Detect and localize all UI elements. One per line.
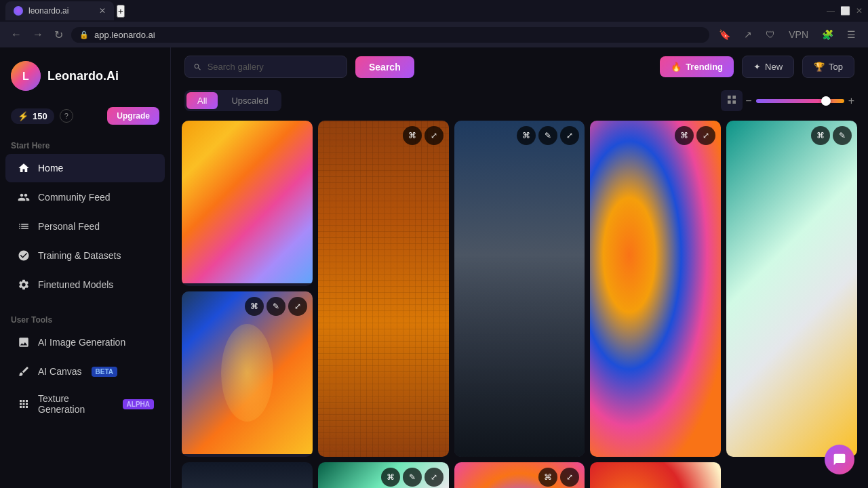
gallery-item-flowers[interactable]: ⌘ ⤢ bbox=[590, 121, 721, 457]
close-window-button[interactable]: ✕ bbox=[856, 6, 863, 16]
grid-view-button[interactable] bbox=[721, 90, 743, 111]
zoom-thumb[interactable] bbox=[821, 96, 831, 106]
edit-button-pink[interactable]: ✎ bbox=[403, 468, 422, 487]
sidebar-item-community-feed-label: Community Feed bbox=[38, 192, 111, 203]
training-icon bbox=[16, 248, 31, 263]
sidebar-item-texture-label: Texture Generation bbox=[38, 393, 113, 415]
search-box[interactable] bbox=[184, 56, 347, 78]
new-icon: ✦ bbox=[753, 62, 761, 72]
sidebar-item-personal-feed[interactable]: Personal Feed bbox=[5, 212, 165, 241]
credits-badge: ⚡ 150 bbox=[11, 108, 54, 124]
filter-all-button[interactable]: All bbox=[186, 92, 218, 109]
zoom-minus-button[interactable]: − bbox=[745, 95, 751, 107]
gallery-item-orange-pattern[interactable] bbox=[590, 462, 721, 488]
cmd-button-koala[interactable]: ⌘ bbox=[811, 126, 830, 145]
trending-button[interactable]: 🔥 Trending bbox=[660, 56, 734, 77]
sidebar-item-ai-canvas-label: AI Canvas bbox=[38, 366, 82, 377]
gallery-item-warrior[interactable]: ⌘ ✎ ⤢ bbox=[454, 121, 585, 457]
finetuned-icon bbox=[16, 277, 31, 292]
expand-button-colorful[interactable]: ⤢ bbox=[560, 468, 579, 487]
help-button[interactable]: ? bbox=[60, 109, 73, 123]
edit-button-dark-woman[interactable]: ✎ bbox=[288, 468, 307, 487]
gallery-item-lion[interactable]: ⌘ ✎ ⤢ bbox=[182, 121, 313, 286]
item-overlay-egypt: ⌘ ⤢ bbox=[318, 121, 449, 457]
extensions-button[interactable]: 🧩 bbox=[818, 26, 837, 43]
item-overlay-warrior: ⌘ ✎ ⤢ bbox=[454, 121, 585, 457]
tab-title: leonardo.ai bbox=[28, 6, 68, 16]
maximize-button[interactable]: ⬜ bbox=[840, 6, 850, 16]
credits-section: ⚡ 150 ? Upgrade bbox=[0, 102, 170, 130]
logo-section: L Leonardo.Ai bbox=[0, 56, 170, 102]
sidebar-item-texture-generation[interactable]: Texture Generation ALPHA bbox=[5, 386, 165, 422]
personal-feed-icon bbox=[16, 219, 31, 234]
expand-button-egypt[interactable]: ⤢ bbox=[425, 126, 443, 145]
zoom-plus-button[interactable]: + bbox=[848, 95, 854, 107]
cmd-button[interactable]: ⌘ bbox=[245, 126, 264, 145]
cmd-button-colorful[interactable]: ⌘ bbox=[538, 468, 557, 487]
upgrade-button[interactable]: Upgrade bbox=[107, 107, 159, 125]
expand-button[interactable]: ⤢ bbox=[288, 126, 307, 145]
filter-upscaled-button[interactable]: Upscaled bbox=[220, 92, 279, 109]
share-button[interactable]: ↗ bbox=[740, 26, 756, 43]
zoom-slider: − + bbox=[745, 95, 854, 107]
browser-nav: ← → ↻ 🔒 app.leonardo.ai 🔖 ↗ 🛡 VPN 🧩 ☰ bbox=[0, 22, 868, 47]
item-overlay-pink: ⌘ ✎ ⤢ bbox=[318, 462, 449, 488]
sidebar-item-training-datasets[interactable]: Training & Datasets bbox=[5, 241, 165, 270]
user-tools-label: User Tools bbox=[0, 310, 170, 327]
chat-support-button[interactable] bbox=[825, 445, 854, 474]
sidebar-item-finetuned-label: Finetuned Models bbox=[38, 279, 113, 290]
lock-icon: 🔒 bbox=[79, 30, 89, 39]
sidebar-item-personal-feed-label: Personal Feed bbox=[38, 221, 100, 232]
edit-button-warrior[interactable]: ✎ bbox=[538, 126, 557, 145]
sidebar-item-finetuned-models[interactable]: Finetuned Models bbox=[5, 270, 165, 299]
browser-tabs: leonardo.ai ✕ + — ⬜ ✕ bbox=[0, 0, 868, 22]
expand-button-pink[interactable]: ⤢ bbox=[425, 468, 443, 487]
shield-button[interactable]: 🛡 bbox=[762, 26, 779, 43]
cmd-button-flowers[interactable]: ⌘ bbox=[675, 126, 694, 145]
gallery-item-pink-hair[interactable]: ⌘ ✎ ⤢ bbox=[318, 462, 449, 488]
expand-button-anime[interactable]: ⤢ bbox=[288, 297, 307, 316]
expand-button-warrior[interactable]: ⤢ bbox=[560, 126, 579, 145]
alpha-badge: ALPHA bbox=[123, 399, 154, 409]
top-button[interactable]: 🏆 Top bbox=[802, 56, 854, 78]
menu-button[interactable]: ☰ bbox=[843, 26, 860, 43]
minimize-button[interactable]: — bbox=[827, 6, 835, 16]
cmd-button-pink[interactable]: ⌘ bbox=[381, 468, 400, 487]
trending-icon: 🔥 bbox=[671, 62, 682, 72]
search-icon bbox=[193, 62, 202, 72]
forward-button[interactable]: → bbox=[30, 26, 46, 43]
cmd-button-anime[interactable]: ⌘ bbox=[245, 297, 264, 316]
edit-button[interactable]: ✎ bbox=[267, 126, 285, 145]
sidebar-item-community-feed[interactable]: Community Feed bbox=[5, 183, 165, 211]
zoom-track[interactable] bbox=[756, 99, 844, 103]
cmd-button-warrior[interactable]: ⌘ bbox=[517, 126, 536, 145]
sidebar-item-ai-image-generation[interactable]: AI Image Generation bbox=[5, 328, 165, 357]
gallery-item-colorful-girl[interactable]: ⌘ ⤢ bbox=[454, 462, 585, 488]
gallery-item-anime-girl[interactable]: ⌘ ✎ ⤢ bbox=[182, 291, 313, 457]
browser-chrome: leonardo.ai ✕ + — ⬜ ✕ ← → ↻ 🔒 app.leonar… bbox=[0, 0, 868, 47]
reload-button[interactable]: ↻ bbox=[52, 26, 66, 44]
edit-button-anime[interactable]: ✎ bbox=[267, 297, 285, 316]
active-tab[interactable]: leonardo.ai ✕ bbox=[5, 1, 114, 20]
cmd-button-egypt[interactable]: ⌘ bbox=[403, 126, 422, 145]
vpn-button[interactable]: VPN bbox=[785, 26, 812, 43]
gallery: ⌘ ✎ ⤢ ⌘ ⤢ bbox=[171, 115, 868, 488]
search-input[interactable] bbox=[208, 62, 338, 72]
app-container: L Leonardo.Ai ⚡ 150 ? Upgrade Start Here… bbox=[0, 47, 868, 488]
logo-avatar: L bbox=[11, 61, 41, 91]
sidebar-item-ai-canvas[interactable]: AI Canvas BETA bbox=[5, 357, 165, 386]
new-tab-button[interactable]: + bbox=[117, 5, 125, 18]
search-button[interactable]: Search bbox=[355, 56, 414, 78]
gallery-item-dark-woman[interactable]: ✎ bbox=[182, 462, 313, 488]
new-button[interactable]: ✦ New bbox=[742, 56, 794, 78]
close-tab-button[interactable]: ✕ bbox=[99, 6, 106, 16]
address-bar[interactable]: 🔒 app.leonardo.ai bbox=[71, 27, 709, 43]
back-button[interactable]: ← bbox=[8, 26, 24, 43]
gallery-item-egypt[interactable]: ⌘ ⤢ bbox=[318, 121, 449, 457]
edit-button-koala[interactable]: ✎ bbox=[833, 126, 852, 145]
expand-button-flowers[interactable]: ⤢ bbox=[696, 126, 715, 145]
sidebar-item-home[interactable]: Home bbox=[5, 154, 165, 182]
tab-favicon bbox=[14, 6, 23, 16]
gallery-item-koala[interactable]: ⌘ ✎ bbox=[726, 121, 857, 457]
bookmark-button[interactable]: 🔖 bbox=[715, 26, 734, 43]
